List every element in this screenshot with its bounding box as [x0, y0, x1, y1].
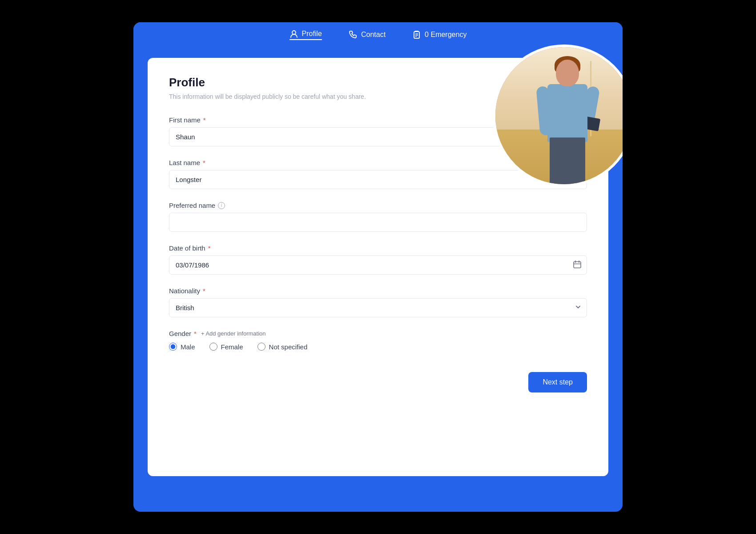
gender-not-specified-option[interactable]: Not specified — [257, 343, 308, 351]
next-step-button[interactable]: Next step — [528, 372, 587, 392]
person-body — [532, 60, 603, 184]
svg-rect-5 — [574, 262, 581, 268]
nationality-select-wrapper: British American Australian Canadian Oth… — [169, 298, 587, 317]
profile-photo — [493, 44, 623, 187]
nav-profile-label: Profile — [302, 30, 322, 38]
person-icon — [290, 29, 298, 38]
preferred-name-label: Preferred name i — [169, 202, 587, 209]
calendar-icon[interactable] — [573, 260, 582, 271]
app-container: Profile Contact 0 Emergency — [133, 22, 623, 512]
gender-not-specified-radio[interactable] — [257, 343, 265, 351]
nav-emergency-label: 0 Emergency — [425, 31, 466, 39]
top-nav: Profile Contact 0 Emergency — [133, 22, 623, 47]
person-shirt — [547, 84, 587, 142]
dob-required: * — [208, 244, 211, 252]
gender-label-row: Gender * + Add gender information — [169, 330, 587, 337]
gender-radio-group: Male Female Not specified — [169, 343, 587, 351]
last-name-required: * — [203, 159, 205, 166]
nationality-label: Nationality * — [169, 287, 587, 295]
nav-contact-label: Contact — [361, 31, 386, 39]
gender-female-option[interactable]: Female — [209, 343, 243, 351]
gender-label: Gender * — [169, 330, 197, 337]
person-pants — [550, 138, 585, 186]
nav-contact[interactable]: Contact — [349, 30, 386, 39]
profile-photo-inner — [495, 47, 623, 184]
dob-input[interactable] — [169, 255, 587, 275]
gender-male-radio[interactable] — [169, 343, 177, 351]
form-card: Profile This information will be display… — [148, 58, 608, 476]
first-name-required: * — [203, 116, 206, 124]
nationality-required: * — [203, 287, 205, 295]
dob-input-wrapper — [169, 255, 587, 275]
form-footer: Next step — [169, 372, 587, 392]
dob-group: Date of birth * — [169, 244, 587, 275]
phone-icon — [349, 30, 358, 39]
add-gender-link[interactable]: + Add gender information — [201, 330, 266, 337]
preferred-name-input[interactable] — [169, 213, 587, 232]
person-head — [556, 60, 579, 86]
svg-point-0 — [292, 31, 296, 34]
clipboard-icon — [412, 30, 421, 39]
preferred-name-info-icon[interactable]: i — [218, 202, 225, 209]
gender-not-specified-label: Not specified — [269, 343, 308, 351]
gender-male-label: Male — [181, 343, 195, 351]
nationality-select[interactable]: British American Australian Canadian Oth… — [169, 298, 587, 317]
preferred-name-group: Preferred name i — [169, 202, 587, 232]
nav-profile[interactable]: Profile — [290, 29, 322, 40]
gender-female-label: Female — [221, 343, 243, 351]
dob-label: Date of birth * — [169, 244, 587, 252]
nav-emergency[interactable]: 0 Emergency — [412, 30, 466, 39]
gender-group: Gender * + Add gender information Male F… — [169, 330, 587, 351]
gender-required: * — [194, 330, 197, 337]
nationality-group: Nationality * British American Australia… — [169, 287, 587, 317]
gender-male-option[interactable]: Male — [169, 343, 195, 351]
gender-female-radio[interactable] — [209, 343, 217, 351]
main-content: Profile This information will be display… — [133, 47, 623, 512]
